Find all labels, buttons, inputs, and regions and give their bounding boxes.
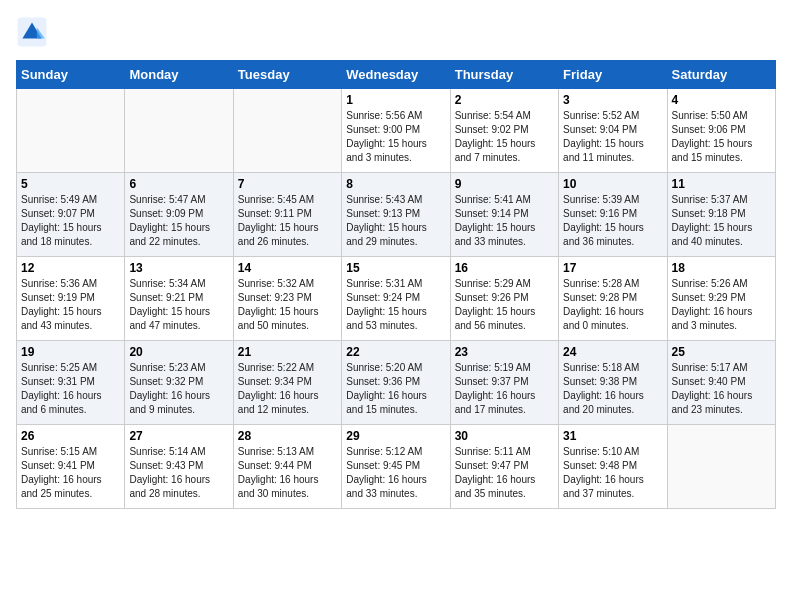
cell-content: 23Sunrise: 5:19 AM Sunset: 9:37 PM Dayli… <box>455 345 554 420</box>
day-info: Sunrise: 5:10 AM Sunset: 9:48 PM Dayligh… <box>563 445 662 501</box>
day-info: Sunrise: 5:36 AM Sunset: 9:19 PM Dayligh… <box>21 277 120 333</box>
day-number: 24 <box>563 345 662 359</box>
calendar-cell: 15Sunrise: 5:31 AM Sunset: 9:24 PM Dayli… <box>342 257 450 341</box>
calendar-cell: 8Sunrise: 5:43 AM Sunset: 9:13 PM Daylig… <box>342 173 450 257</box>
cell-content: 6Sunrise: 5:47 AM Sunset: 9:09 PM Daylig… <box>129 177 228 252</box>
day-info: Sunrise: 5:12 AM Sunset: 9:45 PM Dayligh… <box>346 445 445 501</box>
cell-content: 20Sunrise: 5:23 AM Sunset: 9:32 PM Dayli… <box>129 345 228 420</box>
day-number: 29 <box>346 429 445 443</box>
cell-content: 11Sunrise: 5:37 AM Sunset: 9:18 PM Dayli… <box>672 177 771 252</box>
cell-content: 18Sunrise: 5:26 AM Sunset: 9:29 PM Dayli… <box>672 261 771 336</box>
calendar-cell <box>17 89 125 173</box>
day-number: 14 <box>238 261 337 275</box>
cell-content: 7Sunrise: 5:45 AM Sunset: 9:11 PM Daylig… <box>238 177 337 252</box>
day-info: Sunrise: 5:31 AM Sunset: 9:24 PM Dayligh… <box>346 277 445 333</box>
day-header-wednesday: Wednesday <box>342 61 450 89</box>
calendar-cell: 12Sunrise: 5:36 AM Sunset: 9:19 PM Dayli… <box>17 257 125 341</box>
day-number: 30 <box>455 429 554 443</box>
calendar-week-1: 1Sunrise: 5:56 AM Sunset: 9:00 PM Daylig… <box>17 89 776 173</box>
calendar-week-4: 19Sunrise: 5:25 AM Sunset: 9:31 PM Dayli… <box>17 341 776 425</box>
calendar-cell: 10Sunrise: 5:39 AM Sunset: 9:16 PM Dayli… <box>559 173 667 257</box>
day-info: Sunrise: 5:14 AM Sunset: 9:43 PM Dayligh… <box>129 445 228 501</box>
calendar-cell: 31Sunrise: 5:10 AM Sunset: 9:48 PM Dayli… <box>559 425 667 509</box>
calendar-cell: 11Sunrise: 5:37 AM Sunset: 9:18 PM Dayli… <box>667 173 775 257</box>
day-info: Sunrise: 5:54 AM Sunset: 9:02 PM Dayligh… <box>455 109 554 165</box>
day-info: Sunrise: 5:17 AM Sunset: 9:40 PM Dayligh… <box>672 361 771 417</box>
cell-content: 12Sunrise: 5:36 AM Sunset: 9:19 PM Dayli… <box>21 261 120 336</box>
day-info: Sunrise: 5:50 AM Sunset: 9:06 PM Dayligh… <box>672 109 771 165</box>
day-number: 9 <box>455 177 554 191</box>
cell-content: 24Sunrise: 5:18 AM Sunset: 9:38 PM Dayli… <box>563 345 662 420</box>
day-info: Sunrise: 5:28 AM Sunset: 9:28 PM Dayligh… <box>563 277 662 333</box>
day-info: Sunrise: 5:22 AM Sunset: 9:34 PM Dayligh… <box>238 361 337 417</box>
cell-content: 25Sunrise: 5:17 AM Sunset: 9:40 PM Dayli… <box>672 345 771 420</box>
day-info: Sunrise: 5:34 AM Sunset: 9:21 PM Dayligh… <box>129 277 228 333</box>
day-header-sunday: Sunday <box>17 61 125 89</box>
calendar-cell <box>667 425 775 509</box>
calendar-cell: 18Sunrise: 5:26 AM Sunset: 9:29 PM Dayli… <box>667 257 775 341</box>
calendar-cell: 29Sunrise: 5:12 AM Sunset: 9:45 PM Dayli… <box>342 425 450 509</box>
calendar-cell: 16Sunrise: 5:29 AM Sunset: 9:26 PM Dayli… <box>450 257 558 341</box>
calendar-cell: 28Sunrise: 5:13 AM Sunset: 9:44 PM Dayli… <box>233 425 341 509</box>
calendar-cell: 1Sunrise: 5:56 AM Sunset: 9:00 PM Daylig… <box>342 89 450 173</box>
day-info: Sunrise: 5:52 AM Sunset: 9:04 PM Dayligh… <box>563 109 662 165</box>
calendar-header: SundayMondayTuesdayWednesdayThursdayFrid… <box>17 61 776 89</box>
calendar-cell: 23Sunrise: 5:19 AM Sunset: 9:37 PM Dayli… <box>450 341 558 425</box>
day-number: 5 <box>21 177 120 191</box>
day-number: 21 <box>238 345 337 359</box>
cell-content: 15Sunrise: 5:31 AM Sunset: 9:24 PM Dayli… <box>346 261 445 336</box>
day-info: Sunrise: 5:19 AM Sunset: 9:37 PM Dayligh… <box>455 361 554 417</box>
calendar-cell: 4Sunrise: 5:50 AM Sunset: 9:06 PM Daylig… <box>667 89 775 173</box>
day-number: 4 <box>672 93 771 107</box>
day-number: 10 <box>563 177 662 191</box>
calendar-cell: 21Sunrise: 5:22 AM Sunset: 9:34 PM Dayli… <box>233 341 341 425</box>
cell-content: 28Sunrise: 5:13 AM Sunset: 9:44 PM Dayli… <box>238 429 337 504</box>
cell-content: 9Sunrise: 5:41 AM Sunset: 9:14 PM Daylig… <box>455 177 554 252</box>
calendar-cell: 20Sunrise: 5:23 AM Sunset: 9:32 PM Dayli… <box>125 341 233 425</box>
day-info: Sunrise: 5:43 AM Sunset: 9:13 PM Dayligh… <box>346 193 445 249</box>
day-header-friday: Friday <box>559 61 667 89</box>
cell-content: 30Sunrise: 5:11 AM Sunset: 9:47 PM Dayli… <box>455 429 554 504</box>
cell-content: 26Sunrise: 5:15 AM Sunset: 9:41 PM Dayli… <box>21 429 120 504</box>
calendar-cell: 13Sunrise: 5:34 AM Sunset: 9:21 PM Dayli… <box>125 257 233 341</box>
page-header <box>16 16 776 48</box>
calendar-cell: 14Sunrise: 5:32 AM Sunset: 9:23 PM Dayli… <box>233 257 341 341</box>
day-number: 16 <box>455 261 554 275</box>
day-header-monday: Monday <box>125 61 233 89</box>
day-header-tuesday: Tuesday <box>233 61 341 89</box>
day-info: Sunrise: 5:26 AM Sunset: 9:29 PM Dayligh… <box>672 277 771 333</box>
day-number: 6 <box>129 177 228 191</box>
calendar-cell: 5Sunrise: 5:49 AM Sunset: 9:07 PM Daylig… <box>17 173 125 257</box>
day-number: 23 <box>455 345 554 359</box>
cell-content: 3Sunrise: 5:52 AM Sunset: 9:04 PM Daylig… <box>563 93 662 168</box>
day-info: Sunrise: 5:29 AM Sunset: 9:26 PM Dayligh… <box>455 277 554 333</box>
day-number: 15 <box>346 261 445 275</box>
day-number: 18 <box>672 261 771 275</box>
calendar-table: SundayMondayTuesdayWednesdayThursdayFrid… <box>16 60 776 509</box>
calendar-body: 1Sunrise: 5:56 AM Sunset: 9:00 PM Daylig… <box>17 89 776 509</box>
calendar-cell: 22Sunrise: 5:20 AM Sunset: 9:36 PM Dayli… <box>342 341 450 425</box>
calendar-cell: 25Sunrise: 5:17 AM Sunset: 9:40 PM Dayli… <box>667 341 775 425</box>
header-row: SundayMondayTuesdayWednesdayThursdayFrid… <box>17 61 776 89</box>
day-number: 1 <box>346 93 445 107</box>
calendar-cell: 24Sunrise: 5:18 AM Sunset: 9:38 PM Dayli… <box>559 341 667 425</box>
cell-content: 8Sunrise: 5:43 AM Sunset: 9:13 PM Daylig… <box>346 177 445 252</box>
calendar-week-3: 12Sunrise: 5:36 AM Sunset: 9:19 PM Dayli… <box>17 257 776 341</box>
calendar-cell: 26Sunrise: 5:15 AM Sunset: 9:41 PM Dayli… <box>17 425 125 509</box>
calendar-week-5: 26Sunrise: 5:15 AM Sunset: 9:41 PM Dayli… <box>17 425 776 509</box>
calendar-cell: 30Sunrise: 5:11 AM Sunset: 9:47 PM Dayli… <box>450 425 558 509</box>
cell-content: 31Sunrise: 5:10 AM Sunset: 9:48 PM Dayli… <box>563 429 662 504</box>
day-number: 26 <box>21 429 120 443</box>
calendar-cell: 17Sunrise: 5:28 AM Sunset: 9:28 PM Dayli… <box>559 257 667 341</box>
calendar-cell: 7Sunrise: 5:45 AM Sunset: 9:11 PM Daylig… <box>233 173 341 257</box>
calendar-cell: 6Sunrise: 5:47 AM Sunset: 9:09 PM Daylig… <box>125 173 233 257</box>
day-number: 2 <box>455 93 554 107</box>
day-number: 3 <box>563 93 662 107</box>
cell-content: 19Sunrise: 5:25 AM Sunset: 9:31 PM Dayli… <box>21 345 120 420</box>
cell-content: 14Sunrise: 5:32 AM Sunset: 9:23 PM Dayli… <box>238 261 337 336</box>
day-info: Sunrise: 5:15 AM Sunset: 9:41 PM Dayligh… <box>21 445 120 501</box>
cell-content: 21Sunrise: 5:22 AM Sunset: 9:34 PM Dayli… <box>238 345 337 420</box>
calendar-cell: 27Sunrise: 5:14 AM Sunset: 9:43 PM Dayli… <box>125 425 233 509</box>
cell-content: 27Sunrise: 5:14 AM Sunset: 9:43 PM Dayli… <box>129 429 228 504</box>
cell-content: 17Sunrise: 5:28 AM Sunset: 9:28 PM Dayli… <box>563 261 662 336</box>
